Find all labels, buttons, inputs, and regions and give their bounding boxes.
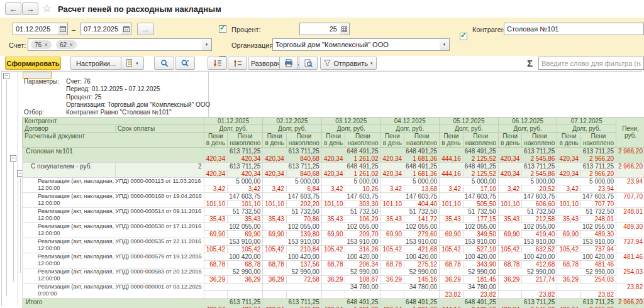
account-input[interactable]: 76×62× xyxy=(28,38,203,51)
penalty-accumulated-cell[interactable]: 23,82 xyxy=(522,291,557,299)
penalty-accumulated-cell[interactable]: 505,50 xyxy=(463,201,498,208)
penalty-accumulated-cell[interactable]: 420,34 xyxy=(228,306,263,308)
debt-cell[interactable]: 100 420,00 xyxy=(263,253,322,261)
penalty-accumulated-cell[interactable]: 1 681,36 xyxy=(404,155,440,163)
penalty-day-cell[interactable]: 420,34 xyxy=(380,155,404,163)
penalty-total-cell[interactable]: 2 966,20 xyxy=(616,163,644,178)
remove-tag-icon[interactable]: × xyxy=(44,41,48,48)
penalty-accumulated-cell[interactable]: 10,26 xyxy=(345,185,380,193)
row-name-cell[interactable]: Реализация (акт, накладная, УПД) 0000-00… xyxy=(23,283,204,299)
penalty-day-cell[interactable]: 36,29 xyxy=(498,276,522,283)
counterparty-value[interactable] xyxy=(507,25,641,33)
penalty-accumulated-cell[interactable]: 70,86 xyxy=(286,216,321,223)
debt-cell[interactable]: 52 990,00 xyxy=(440,268,499,276)
penalty-day-cell[interactable]: 101,10 xyxy=(557,201,581,208)
debt-cell[interactable]: 102 055,00 xyxy=(440,223,499,231)
debt-cell[interactable]: 153 910,00 xyxy=(321,238,380,246)
penalty-accumulated-cell[interactable]: 6,84 xyxy=(286,185,321,193)
debt-cell[interactable] xyxy=(204,283,263,291)
percent-picker-button[interactable] xyxy=(340,23,350,35)
penalty-day-cell[interactable]: 36,29 xyxy=(380,276,404,283)
penalty-accumulated-cell[interactable]: 419,40 xyxy=(522,231,557,238)
penalty-day-cell[interactable]: 3,42 xyxy=(204,185,228,193)
penalty-day-cell[interactable]: 420,34 xyxy=(204,170,228,178)
debt-cell[interactable]: 5 000,00 xyxy=(440,178,499,185)
penalty-accumulated-cell[interactable]: 632,52 xyxy=(522,246,557,253)
penalty-accumulated-cell[interactable]: 2 545,86 xyxy=(522,170,557,178)
penalty-accumulated-cell[interactable]: 210,84 xyxy=(286,246,321,253)
penalty-accumulated-cell[interactable]: 20,52 xyxy=(522,185,557,193)
debt-cell[interactable] xyxy=(498,283,557,291)
header-penalty-per-day[interactable]: Пени в день xyxy=(557,133,581,148)
penalty-accumulated-cell[interactable]: 303,30 xyxy=(345,201,380,208)
account-tag[interactable]: 76× xyxy=(31,40,52,49)
debt-cell[interactable]: 153 910,00 xyxy=(498,238,557,246)
penalty-day-cell[interactable] xyxy=(498,291,522,299)
penalty-day-cell[interactable]: 35,43 xyxy=(440,216,464,223)
debt-cell[interactable]: 102 055,00 xyxy=(204,223,263,231)
collapse-toggle-counterparty[interactable]: − xyxy=(10,155,16,162)
debt-cell[interactable]: 147 603,75 xyxy=(263,193,322,201)
penalty-day-cell[interactable]: 36,29 xyxy=(204,276,228,283)
penalty-day-cell[interactable]: 105,42 xyxy=(321,246,345,253)
penalty-accumulated-cell[interactable]: 13,68 xyxy=(404,185,440,193)
print-preview-button[interactable] xyxy=(299,57,318,70)
penalty-accumulated-cell[interactable]: 209,70 xyxy=(345,231,380,238)
debt-cell[interactable]: 648 491,25 xyxy=(380,163,440,170)
header-date[interactable]: 03.12.2025 xyxy=(321,118,380,125)
penalty-day-cell[interactable]: 420,34 xyxy=(557,306,581,308)
penalty-accumulated-cell[interactable]: 481,46 xyxy=(580,261,616,268)
debt-cell[interactable]: 5 000,00 xyxy=(263,178,322,185)
debt-cell[interactable]: 5 000,00 xyxy=(204,178,263,185)
debt-cell[interactable]: 648 491,25 xyxy=(440,163,499,170)
account-dropdown-button[interactable]: ▾ xyxy=(202,38,212,51)
debt-cell[interactable]: 648 491,25 xyxy=(440,299,499,306)
penalty-day-cell[interactable] xyxy=(380,291,404,299)
debt-cell[interactable]: 51 732,50 xyxy=(380,208,440,216)
collapse-levels-button[interactable] xyxy=(208,57,227,70)
debt-cell[interactable]: 613 711,25 xyxy=(263,299,322,306)
debt-cell[interactable]: 100 420,00 xyxy=(498,253,557,261)
penalty-accumulated-cell[interactable] xyxy=(404,291,440,299)
header-date[interactable]: 04.12.2025 xyxy=(380,118,440,125)
debt-cell[interactable] xyxy=(263,283,322,291)
due-cell[interactable]: 2 xyxy=(115,163,204,178)
penalty-day-cell[interactable]: 69,90 xyxy=(440,231,464,238)
search-next-button[interactable] xyxy=(175,57,195,70)
generate-button[interactable]: Сформировать xyxy=(5,57,61,70)
back-button[interactable]: ← xyxy=(5,3,21,15)
penalty-day-cell[interactable]: 36,29 xyxy=(557,276,581,283)
penalty-day-cell[interactable]: 35,43 xyxy=(380,216,404,223)
penalty-accumulated-cell[interactable]: 36,29 xyxy=(228,276,263,283)
penalty-day-cell[interactable]: 68,78 xyxy=(440,261,464,268)
penalty-day-cell[interactable]: 36,29 xyxy=(440,276,464,283)
forward-button[interactable]: → xyxy=(22,3,38,15)
penalty-accumulated-cell[interactable]: 606,60 xyxy=(522,201,557,208)
penalty-day-cell[interactable]: 105,42 xyxy=(380,246,404,253)
penalty-day-cell[interactable]: 3,42 xyxy=(498,185,522,193)
penalty-accumulated-cell[interactable]: 202,20 xyxy=(286,201,321,208)
penalty-day-cell[interactable]: 101,10 xyxy=(204,201,228,208)
penalty-day-cell[interactable]: 105,42 xyxy=(204,246,228,253)
penalty-day-cell[interactable]: 69,90 xyxy=(321,231,345,238)
debt-cell[interactable]: 52 990,00 xyxy=(204,268,263,276)
row-name-cell[interactable]: Реализация (акт, накладная, УПД) 0000-00… xyxy=(23,178,204,193)
penalty-accumulated-cell[interactable]: 35,43 xyxy=(228,216,263,223)
debt-cell[interactable]: 51 732,50 xyxy=(263,208,322,216)
header-penalty-accumulated[interactable]: Пени накоплено xyxy=(522,133,557,148)
penalty-accumulated-cell[interactable] xyxy=(286,291,321,299)
penalty-accumulated-cell[interactable]: 108,87 xyxy=(345,276,380,283)
penalty-day-cell[interactable]: 3,42 xyxy=(263,185,287,193)
collapse-toggle-report[interactable]: − xyxy=(3,73,9,79)
debt-cell[interactable]: 5 000,00 xyxy=(498,178,557,185)
penalty-day-cell[interactable]: 420,34 xyxy=(321,155,345,163)
penalty-accumulated-cell[interactable]: 527,10 xyxy=(463,246,498,253)
header-penalty-per-day[interactable]: Пени в день xyxy=(263,133,287,148)
penalty-day-cell[interactable]: 3,42 xyxy=(321,185,345,193)
header-date[interactable]: 01.12.2025 xyxy=(204,118,263,125)
penalty-day-cell[interactable]: 69,90 xyxy=(263,231,287,238)
penalty-accumulated-cell[interactable]: 23,82 xyxy=(463,291,498,299)
date-to-input[interactable] xyxy=(80,23,122,35)
penalty-total-cell[interactable]: 2 966,20 xyxy=(616,299,644,308)
penalty-accumulated-cell[interactable]: 3,42 xyxy=(228,185,263,193)
